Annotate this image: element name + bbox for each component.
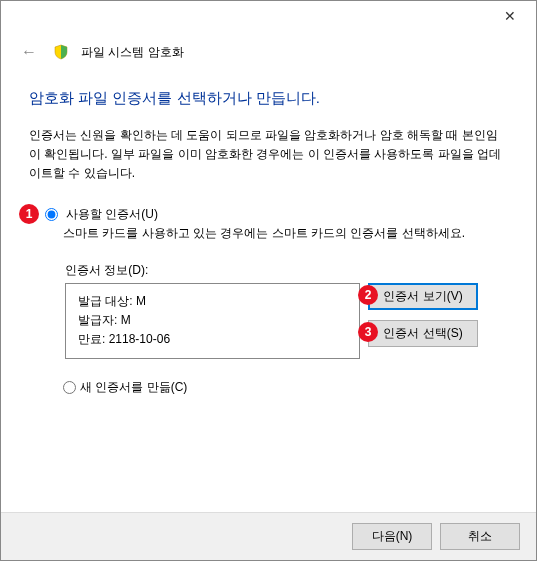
new-cert-radio[interactable] (63, 381, 76, 394)
use-cert-radio[interactable] (45, 208, 58, 221)
cert-issuer: 발급자: M (78, 311, 347, 330)
annotation-marker-1: 1 (19, 204, 39, 224)
cancel-button[interactable]: 취소 (440, 523, 520, 550)
view-cert-button[interactable]: 인증서 보기(V) (368, 283, 478, 310)
select-cert-button[interactable]: 인증서 선택(S) (368, 320, 478, 347)
cert-info-box: 발급 대상: M 발급자: M 만료: 2118-10-06 (65, 283, 360, 359)
use-cert-hint: 스마트 카드를 사용하고 있는 경우에는 스마트 카드의 인증서를 선택하세요. (63, 225, 508, 242)
back-arrow-icon[interactable]: ← (17, 39, 41, 65)
window-title: 파일 시스템 암호화 (81, 44, 184, 61)
use-cert-label: 사용할 인증서(U) (66, 206, 158, 223)
page-heading: 암호화 파일 인증서를 선택하거나 만듭니다. (29, 89, 508, 108)
next-button[interactable]: 다음(N) (352, 523, 432, 550)
cert-expires: 만료: 2118-10-06 (78, 330, 347, 349)
close-icon[interactable]: ✕ (496, 4, 524, 28)
annotation-marker-2: 2 (358, 285, 378, 305)
cert-issued-to: 발급 대상: M (78, 292, 347, 311)
page-description: 인증서는 신원을 확인하는 데 도움이 되므로 파일을 암호화하거나 암호 해독… (29, 126, 508, 184)
cert-info-label: 인증서 정보(D): (65, 262, 508, 279)
new-cert-label: 새 인증서를 만듦(C) (80, 379, 187, 396)
annotation-marker-3: 3 (358, 322, 378, 342)
shield-icon (53, 44, 69, 60)
